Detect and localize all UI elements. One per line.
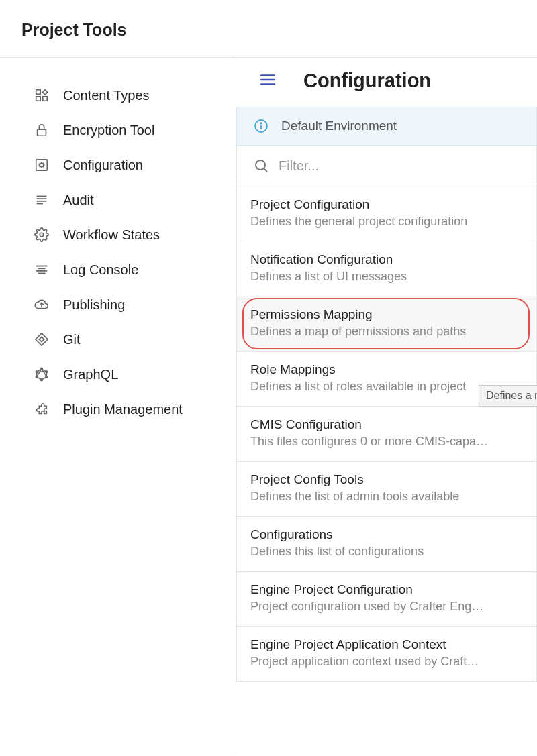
list-item-title: Engine Project Application Context [250, 637, 523, 652]
list-item-desc: This files configures 0 or more CMIS-cap… [250, 435, 523, 449]
sidebar-item-publishing[interactable]: Publishing [0, 287, 236, 322]
sidebar-item-configuration[interactable]: Configuration [0, 148, 236, 182]
content-header: Configuration [236, 58, 537, 107]
content-panel: Configuration Default Environment Projec… [236, 58, 537, 755]
svg-rect-3 [38, 129, 46, 136]
svg-rect-1 [36, 97, 40, 101]
sidebar-item-label: Configuration [63, 158, 143, 173]
info-icon [253, 118, 269, 134]
sidebar-item-label: Plugin Management [63, 402, 183, 417]
list-item-desc: Defines a list of UI messages [250, 270, 523, 284]
svg-point-18 [46, 376, 48, 378]
filter-row[interactable] [236, 146, 537, 186]
list-item-title: Project Configuration [250, 197, 523, 212]
sidebar-item-content-types[interactable]: Content Types [0, 78, 236, 113]
list-item-engine-project-configuration[interactable]: Engine Project Configuration Project con… [236, 572, 537, 627]
list-item-title: Permissions Mapping [250, 307, 523, 322]
list-item-title: CMIS Configuration [250, 417, 523, 432]
sidebar-item-label: Audit [63, 193, 94, 208]
extension-icon [34, 401, 50, 417]
svg-point-28 [256, 160, 265, 170]
list-item-desc: Defines the general project configuratio… [250, 215, 523, 229]
sidebar-item-label: Workflow States [63, 227, 160, 243]
list-item-desc: Project application context used by Craf… [250, 655, 523, 669]
list-item-desc: Defines a map of permissions and paths [250, 325, 523, 339]
sidebar-item-audit[interactable]: Audit [0, 182, 236, 217]
panel-title: Configuration [303, 70, 431, 92]
sidebar-item-log-console[interactable]: Log Console [0, 252, 236, 287]
graphql-icon [34, 366, 50, 382]
config-list: Project Configuration Defines the genera… [236, 186, 537, 682]
svg-point-17 [46, 371, 48, 373]
list-item-engine-project-application-context[interactable]: Engine Project Application Context Proje… [236, 627, 537, 682]
content-types-icon [34, 87, 50, 103]
svg-line-29 [264, 168, 267, 172]
sidebar-item-label: GraphQL [63, 367, 118, 382]
sidebar-item-graphql[interactable]: GraphQL [0, 357, 236, 392]
search-icon [253, 158, 269, 174]
svg-rect-4 [36, 160, 48, 171]
list-item-permissions-mapping[interactable]: Permissions Mapping Defines a map of per… [236, 296, 537, 352]
gear-box-icon [34, 157, 50, 173]
svg-rect-0 [36, 90, 40, 94]
list-item-title: Role Mappings [250, 362, 523, 377]
svg-point-10 [40, 233, 44, 237]
filter-input[interactable] [279, 158, 536, 174]
menu-icon[interactable] [259, 71, 277, 91]
list-item-title: Configurations [250, 527, 523, 542]
sidebar-item-workflow-states[interactable]: Workflow States [0, 217, 236, 252]
list-icon [34, 192, 50, 208]
sidebar-item-label: Log Console [63, 262, 138, 278]
list-item-cmis-configuration[interactable]: CMIS Configuration This files configures… [236, 407, 537, 462]
list-item-project-config-tools[interactable]: Project Config Tools Defines the list of… [236, 462, 537, 517]
svg-point-16 [41, 368, 43, 370]
list-item-title: Notification Configuration [250, 252, 523, 267]
environment-banner: Default Environment [236, 107, 537, 146]
align-icon [34, 262, 50, 278]
sidebar-item-plugin-management[interactable]: Plugin Management [0, 392, 236, 427]
sidebar-item-label: Encryption Tool [63, 123, 154, 138]
list-item-desc: Defines this list of configurations [250, 545, 523, 559]
cloud-up-icon [34, 296, 50, 313]
environment-label: Default Environment [281, 119, 397, 133]
main-layout: Content Types Encryption Tool Configurat… [0, 58, 537, 755]
lock-icon [34, 122, 50, 138]
svg-point-27 [260, 123, 262, 124]
list-item-desc: Project configuration used by Crafter En… [250, 600, 523, 614]
sidebar-item-git[interactable]: Git [0, 322, 236, 357]
list-item-title: Project Config Tools [250, 472, 523, 487]
sidebar-item-label: Publishing [63, 297, 125, 313]
sidebar-item-label: Content Types [63, 88, 150, 103]
list-item-configurations[interactable]: Configurations Defines this list of conf… [236, 517, 537, 572]
gear-icon [34, 227, 50, 243]
sidebar-item-encryption-tool[interactable]: Encryption Tool [0, 113, 236, 148]
svg-point-20 [36, 376, 38, 378]
list-item-title: Engine Project Configuration [250, 582, 523, 597]
list-item-project-configuration[interactable]: Project Configuration Defines the genera… [236, 186, 537, 241]
svg-rect-2 [43, 97, 47, 101]
sidebar: Content Types Encryption Tool Configurat… [0, 58, 236, 755]
diamond-icon [34, 331, 50, 347]
list-item-notification-configuration[interactable]: Notification Configuration Defines a lis… [236, 241, 537, 296]
svg-point-21 [36, 371, 38, 373]
tooltip-fragment: Defines a m [479, 385, 537, 407]
list-item-desc: Defines the list of admin tools availabl… [250, 490, 523, 504]
page-title: Project Tools [0, 0, 537, 58]
svg-point-19 [41, 379, 43, 381]
sidebar-item-label: Git [63, 332, 81, 347]
